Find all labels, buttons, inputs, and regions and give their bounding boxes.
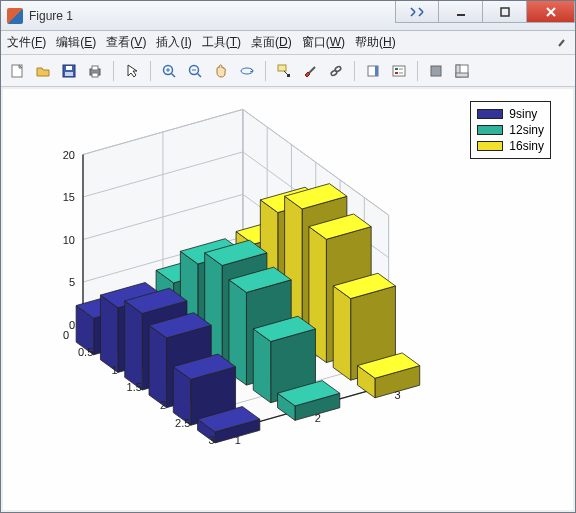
svg-line-18 [309,67,315,73]
pan-button[interactable] [209,59,233,83]
window-controls [395,1,575,30]
axes-3d[interactable]: 0510152000.511.522.53123 9siny 12siny 16… [3,89,573,510]
minimize-button[interactable] [439,1,483,23]
svg-marker-111 [125,301,142,390]
svg-text:5: 5 [69,276,75,288]
legend[interactable]: 9siny 12siny 16siny [470,101,551,159]
toolbar-separator [113,61,114,81]
svg-marker-108 [100,295,117,372]
data-cursor-button[interactable] [272,59,296,83]
svg-text:1: 1 [235,434,241,446]
save-button[interactable] [57,59,81,83]
svg-text:2: 2 [160,399,166,411]
insert-legend-button[interactable] [387,59,411,83]
svg-rect-8 [92,73,98,77]
svg-text:2.5: 2.5 [175,417,190,429]
legend-label-3: 16siny [509,138,544,154]
svg-text:2: 2 [315,412,321,424]
insert-colorbar-button[interactable] [361,59,385,83]
menu-desktop[interactable]: 桌面(D) [251,34,292,51]
brush-button[interactable] [298,59,322,83]
legend-entry-2[interactable]: 12siny [477,122,544,138]
new-figure-button[interactable] [5,59,29,83]
svg-text:0.5: 0.5 [78,346,93,358]
menu-edit[interactable]: 编辑(E) [56,34,96,51]
svg-text:3: 3 [395,389,401,401]
menu-help[interactable]: 帮助(H) [355,34,396,51]
nav-back-button[interactable] [395,1,439,23]
print-button[interactable] [83,59,107,83]
legend-swatch-3 [477,141,503,151]
legend-entry-1[interactable]: 9siny [477,106,544,122]
close-button[interactable] [527,1,575,23]
svg-line-14 [198,73,202,77]
toolbar-separator [265,61,266,81]
svg-rect-28 [431,66,441,76]
menu-overflow-icon[interactable] [553,35,569,51]
svg-rect-22 [375,66,378,76]
svg-rect-7 [92,66,98,70]
menubar: 文件(F) 编辑(E) 查看(V) 插入(I) 工具(T) 桌面(D) 窗口(W… [1,31,575,55]
window-title: Figure 1 [29,9,73,23]
menu-tools[interactable]: 工具(T) [202,34,241,51]
link-data-button[interactable] [324,59,348,83]
menu-view[interactable]: 查看(V) [106,34,146,51]
svg-point-20 [334,65,341,71]
legend-label-2: 12siny [509,122,544,138]
svg-rect-31 [456,73,468,77]
legend-label-1: 9siny [509,106,537,122]
zoom-out-button[interactable] [183,59,207,83]
legend-entry-3[interactable]: 16siny [477,138,544,154]
toolbar-separator [354,61,355,81]
matlab-icon [7,8,23,24]
open-button[interactable] [31,59,55,83]
rotate-3d-button[interactable] [235,59,259,83]
svg-text:1.5: 1.5 [127,381,142,393]
svg-text:20: 20 [63,149,75,161]
toolbar-separator [417,61,418,81]
svg-rect-4 [66,66,72,70]
hide-plot-tools-button[interactable] [424,59,448,83]
toolbar-separator [150,61,151,81]
maximize-button[interactable] [483,1,527,23]
legend-swatch-1 [477,109,503,119]
titlebar: Figure 1 [1,1,575,31]
svg-text:10: 10 [63,234,75,246]
svg-rect-1 [501,8,509,16]
zoom-in-button[interactable] [157,59,181,83]
legend-swatch-2 [477,125,503,135]
svg-line-10 [172,73,176,77]
menu-insert[interactable]: 插入(I) [156,34,191,51]
show-plot-tools-button[interactable] [450,59,474,83]
svg-text:0: 0 [69,319,75,331]
toolbar [1,55,575,87]
svg-marker-114 [149,325,166,407]
svg-text:1: 1 [111,364,117,376]
svg-rect-17 [278,65,286,71]
svg-text:3: 3 [209,434,215,446]
svg-marker-81 [333,286,350,380]
edit-plot-button[interactable] [120,59,144,83]
svg-rect-23 [393,66,405,76]
svg-rect-5 [65,72,73,76]
svg-text:15: 15 [63,191,75,203]
svg-text:0: 0 [63,329,69,341]
menu-file[interactable]: 文件(F) [7,34,46,51]
menu-window[interactable]: 窗口(W) [302,34,345,51]
figure-window: Figure 1 文件(F) 编辑(E) 查看(V) 插入(I) 工具(T) 桌… [0,0,576,513]
